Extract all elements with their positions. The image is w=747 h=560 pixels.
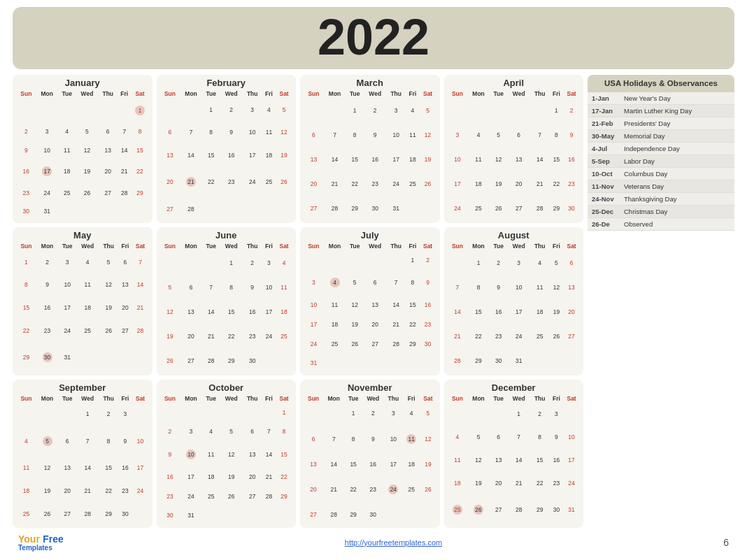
day-cell: 25 — [76, 320, 99, 343]
day-cell — [220, 505, 243, 525]
day-cell: 17 — [384, 453, 403, 475]
page: 2022 JanuarySunMonTueWedThuFriSat1234567… — [0, 0, 747, 560]
day-cell: 6 — [98, 122, 118, 141]
day-cell: 16 — [362, 453, 384, 475]
day-cell: 15 — [276, 441, 292, 467]
day-cell: 2 — [420, 250, 436, 270]
day-cell: 27 — [364, 334, 386, 354]
day-cell: 11 — [324, 296, 346, 315]
day-cell: 28 — [118, 184, 131, 202]
day-cell: 10 — [132, 426, 149, 457]
month-table: SunMonTueWedThuFriSat1234567891011121314… — [160, 394, 293, 525]
day-cell: 3 — [36, 122, 58, 141]
day-cell: 2 — [364, 98, 386, 122]
day-cell: 31 — [563, 494, 580, 525]
day-header: Wed — [508, 89, 530, 98]
day-cell: 9 — [420, 270, 436, 296]
day-cell — [530, 98, 550, 122]
day-cell: 26 — [276, 167, 292, 198]
month-title: September — [16, 382, 149, 393]
day-cell: 14 — [323, 453, 344, 475]
day-cell: 20 — [563, 299, 580, 324]
day-header: Sun — [448, 242, 468, 250]
day-cell: 26 — [36, 502, 58, 525]
day-cell: 30 — [490, 348, 508, 373]
day-cell: 14 — [530, 147, 550, 171]
day-cell: 7 — [132, 250, 149, 273]
day-cell: 2 — [243, 250, 262, 275]
day-cell: 24 — [132, 479, 149, 502]
day-cell: 11 — [202, 441, 220, 467]
day-cell: 3 — [262, 250, 276, 275]
day-header: Sat — [563, 89, 580, 98]
day-cell: 7 — [386, 270, 406, 296]
day-cell: 2 — [530, 403, 550, 426]
day-cell: 12 — [220, 441, 243, 467]
day-header: Thu — [99, 242, 118, 250]
day-cell: 21 — [132, 296, 149, 320]
day-cell — [160, 403, 180, 422]
day-cell: 15 — [406, 296, 420, 315]
day-cell: 16 — [490, 299, 508, 324]
day-cell: 18 — [403, 453, 420, 475]
day-cell: 23 — [364, 171, 386, 196]
day-header: Tue — [58, 394, 76, 403]
day-cell: 10 — [508, 275, 530, 299]
holiday-date: 30-May — [592, 132, 624, 140]
day-cell: 27 — [243, 487, 262, 506]
month-title: July — [304, 230, 436, 240]
day-cell — [262, 197, 276, 220]
day-header: Thu — [386, 89, 406, 98]
day-cell: 10 — [304, 296, 324, 315]
day-cell: 3 — [384, 403, 403, 424]
day-cell: 18 — [467, 171, 489, 196]
day-cell: 27 — [563, 324, 580, 348]
day-cell: 29 — [99, 502, 118, 525]
day-cell: 6 — [563, 250, 580, 275]
day-cell: 28 — [262, 487, 276, 506]
day-cell: 6 — [304, 122, 324, 147]
month-box: AugustSunMonTueWedThuFriSat1234567891011… — [444, 227, 584, 375]
day-cell: 31 — [36, 202, 58, 220]
day-cell: 31 — [180, 505, 201, 525]
day-cell: 25 — [262, 167, 276, 198]
day-header: Wed — [76, 242, 99, 250]
day-header: Sun — [448, 394, 468, 403]
day-cell: 9 — [550, 426, 564, 449]
day-cell: 13 — [160, 144, 180, 167]
day-cell: 9 — [362, 424, 384, 453]
day-cell: 2 — [99, 403, 118, 426]
month-table: SunMonTueWedThuFriSat1234567891011121314… — [16, 394, 149, 525]
footer-link[interactable]: http://yourfreetemplates.com — [345, 538, 442, 547]
day-cell: 3 — [550, 403, 564, 426]
month-title: May — [16, 230, 149, 240]
month-box: NovemberSunMonTueWedThuFriSat12345678910… — [300, 380, 440, 528]
day-cell: 15 — [220, 299, 243, 324]
month-table: SunMonTueWedThuFriSat1234567891011121314… — [304, 394, 436, 525]
day-header: Sun — [304, 242, 324, 250]
day-cell: 5 — [160, 275, 180, 299]
day-cell: 25 — [530, 324, 550, 348]
logo-templates: Templates — [18, 545, 64, 552]
day-cell: 4 — [448, 426, 468, 449]
day-cell: 6 — [243, 422, 262, 442]
day-cell: 24 — [180, 487, 201, 506]
day-cell: 9 — [364, 122, 386, 147]
day-header: Thu — [530, 89, 550, 98]
holiday-item: 30-MayMemorial Day — [588, 130, 734, 143]
day-cell: 17 — [180, 467, 201, 487]
day-cell: 3 — [58, 250, 76, 273]
day-cell: 17 — [304, 315, 324, 334]
holiday-item: 17-JanMartin Luther King Day — [588, 105, 734, 117]
day-cell: 13 — [508, 147, 530, 171]
day-cell: 10 — [58, 273, 76, 296]
day-header: Sun — [16, 394, 36, 403]
holiday-name: Christmas Day — [624, 208, 667, 215]
day-header: Wed — [364, 89, 386, 98]
holiday-name: Martin Luther King Day — [624, 107, 692, 115]
day-cell: 24 — [386, 171, 406, 196]
day-cell — [76, 98, 99, 122]
day-cell: 4 — [467, 122, 489, 147]
day-cell: 1 — [406, 250, 420, 270]
holiday-item: 5-SepLabor Day — [588, 155, 734, 168]
